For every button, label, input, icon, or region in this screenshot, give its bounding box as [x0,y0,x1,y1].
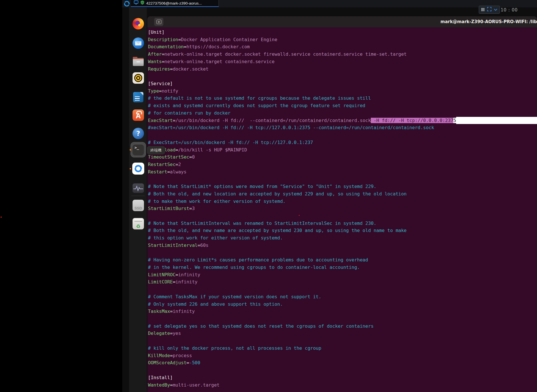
terminal-line: # ExecStart=/usr/bin/dockerd -H fd:// -H… [148,139,537,146]
terminal-line: # kill only the docker process, not all … [148,345,537,352]
remote-client-logo-icon[interactable] [123,0,130,7]
terminal-line: StartLimitBurst=3 [148,205,537,212]
terminal-line: # Both the old, and new name are accepte… [148,227,537,234]
terminal-line [148,73,537,80]
terminal-line: # Having non-zero Limit*s causes perform… [148,256,537,264]
terminal-line: [Service] [148,80,537,87]
dock-divider [131,196,145,196]
terminal-line: RestartSec=2 [148,161,537,168]
files-folder-icon [133,58,144,66]
remote-client-float-toolbar [479,6,500,14]
terminal-line [148,286,537,293]
monitor-icon [134,0,139,6]
dock-item-libreoffice[interactable] [132,91,145,103]
terminal-line: # Both the old, and new location are acc… [148,190,537,198]
terminal-line [148,212,537,220]
terminal-icon: >_ [133,144,144,155]
red-dot-artifact [1,217,2,218]
terminal-lines: [Unit]Description=Docker Application Con… [148,29,537,392]
dock: ?>_SSD♻ [129,7,147,392]
new-tab-button[interactable]: + [154,18,163,26]
terminal-line: [Install] [148,374,537,381]
terminal-line: # Note that StartLimitInterval was renam… [148,220,537,227]
terminal-line: Description=Docker Application Container… [148,36,537,43]
software-store-icon [133,109,144,121]
running-indicator [130,149,131,151]
terminal-line: Type=notify [148,87,537,95]
secure-shield-icon [140,0,145,6]
dock-item-rhythmbox[interactable] [132,72,145,84]
terminal-line: LimitNPROC=infinity [148,271,537,279]
terminal-line: # exists and systemd currently does not … [148,102,537,109]
terminal-line [148,337,537,345]
terminal-line [148,249,537,257]
terminal-line: Wants=network-online.target containerd.s… [148,58,537,65]
terminal-line: # to make them work for either version o… [148,198,537,205]
remote-client-tabbar: 422737506@mark-z390-aorus... [122,0,537,7]
tab-title: 422737506@mark-z390-aorus... [146,1,202,5]
dock-tooltip-terminal: 終端機 [147,146,165,155]
libreoffice-icon [133,92,143,102]
terminal-line: # Comment TasksMax if your systemd versi… [148,293,537,301]
terminal-line [148,367,537,374]
new-tab-icon: + [157,20,161,24]
terminal-line [148,315,537,323]
dock-item-remote-desktop[interactable] [132,162,145,175]
terminal-line: OOMScoreAdjust=-500 [148,359,537,367]
selection-fill [456,117,537,124]
terminal-line: # the default is not to use systemd for … [148,95,537,102]
system-monitor-icon [133,183,144,193]
rhythmbox-icon [133,72,144,84]
dock-item-trash[interactable]: ♻ [132,217,145,230]
terminal-line: KillMode=process [148,352,537,359]
remote-desktop-icon [132,163,144,175]
firefox-icon [133,18,144,29]
grid-icon[interactable] [481,8,485,11]
dock-item-ssd-drive[interactable]: SSD [132,199,145,212]
terminal-line: Restart=always [148,168,537,176]
running-indicator [130,168,131,169]
terminal-line: # for containers run by docker [148,109,537,117]
terminal-line: ExecReload=/bin/kill -s HUP $MAINPID [148,146,537,154]
terminal-line: LimitCORE=infinity [148,278,537,286]
terminal-line: TasksMax=infinity [148,308,537,315]
terminal-title: mark@mark-Z390-AORUS-PRO-WIFI: /lib/syst… [440,19,537,24]
terminal-line: Delegate=yes [148,330,537,337]
chevron-down-icon[interactable] [494,7,497,12]
terminal-screen[interactable]: [Unit]Description=Docker Application Con… [147,27,537,392]
terminal-line: ExecStart=/usr/bin/dockerd -H fd:// --co… [148,117,537,124]
terminal-line: # set delegate yes so that systemd does … [148,323,537,330]
dock-item-terminal[interactable]: >_ [131,142,146,157]
terminal-line: Requires=docker.socket [148,65,537,73]
terminal-window: + mark@mark-Z390-AORUS-PRO-WIFI: /lib/sy… [147,16,537,392]
terminal-line: # this option work for either version of… [148,234,537,242]
terminal-line: [Unit] [148,29,537,36]
terminal-line [148,175,537,183]
help-icon: ? [133,128,144,139]
terminal-line: After=network-online.target docker.socke… [148,51,537,58]
ssd-drive-icon: SSD [133,200,144,211]
terminal-line: #xecStart=/usr/bin/dockerd -H fd:// -H t… [148,124,537,131]
terminal-line: # Note that StartLimit* options were mov… [148,183,537,190]
terminal-line: WantedBy=multi-user.target [148,381,537,389]
terminal-line: Documentation=https://docs.docker.com [148,43,537,51]
terminal-line: ~ [148,389,537,392]
remote-session-tab[interactable]: 422737506@mark-z390-aorus... [131,0,219,7]
dock-item-files[interactable] [132,55,145,67]
trash-icon: ♻ [133,218,144,229]
terminal-headerbar[interactable]: + mark@mark-Z390-AORUS-PRO-WIFI: /lib/sy… [147,16,537,28]
dock-item-firefox[interactable] [132,17,145,30]
red-dot-artifact [299,215,300,216]
dock-item-software-store[interactable] [132,109,145,121]
terminal-line: StartLimitInterval=60s [148,242,537,249]
dock-item-system-monitor[interactable] [132,182,145,194]
dock-item-help[interactable]: ? [132,127,145,140]
terminal-line: TimeoutStartSec=0 [148,153,537,161]
dock-item-thunderbird[interactable] [132,37,145,49]
screen: 422737506@mark-z390-aorus... 日 10 : 00 ?… [0,0,537,392]
thunderbird-icon [133,37,144,49]
active-app-frame: >_ [131,142,146,157]
terminal-line [148,131,537,139]
terminal-line: # Only systemd 226 and above support thi… [148,301,537,308]
fullscreen-icon[interactable] [487,7,492,13]
